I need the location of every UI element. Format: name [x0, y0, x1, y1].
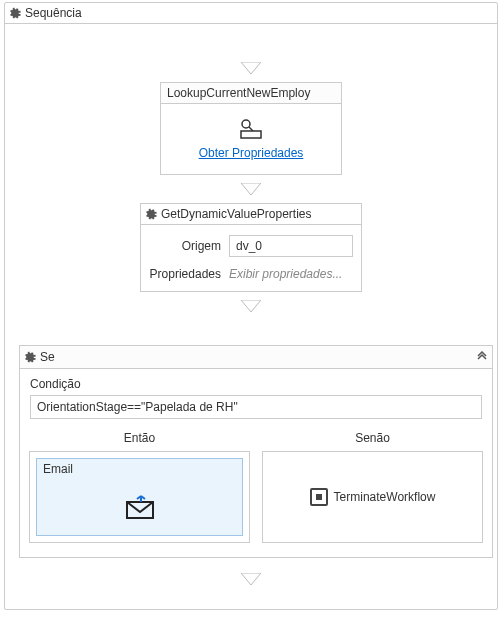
if-body: Condição OrientationStage=="Papelada de …	[20, 369, 492, 557]
if-icon	[24, 351, 36, 363]
sequence-icon	[9, 7, 21, 19]
then-frame[interactable]: Email	[29, 451, 250, 543]
getdynamic-activity[interactable]: GetDynamicValueProperties Origem dv_0 Pr…	[140, 203, 362, 292]
sequence-body: LookupCurrentNewEmploy Obter Propriedade…	[5, 24, 497, 320]
drop-target[interactable]	[241, 62, 261, 74]
condition-input[interactable]: OrientationStage=="Papelada de RH"	[30, 395, 482, 419]
sequence-container[interactable]: Sequência LookupCurrentNewEmploy Obter P…	[4, 2, 498, 610]
getdynamic-header: GetDynamicValueProperties	[141, 204, 361, 225]
if-activity[interactable]: Se Condição OrientationStage=="Papelada …	[19, 345, 493, 558]
svg-rect-3	[241, 131, 261, 138]
else-branch: Senão TerminateWorkflow	[263, 431, 482, 543]
properties-label: Propriedades	[149, 267, 221, 281]
get-properties-link[interactable]: Obter Propriedades	[199, 146, 304, 160]
svg-marker-5	[241, 300, 261, 312]
condition-label: Condição	[30, 377, 482, 391]
else-label: Senão	[355, 431, 390, 445]
drop-target[interactable]	[241, 183, 261, 195]
collapse-icon[interactable]	[476, 351, 488, 363]
origin-label: Origem	[149, 239, 221, 253]
svg-marker-7	[241, 573, 261, 585]
if-header: Se	[20, 346, 492, 369]
svg-marker-0	[241, 62, 261, 74]
sequence-header: Sequência	[5, 3, 497, 24]
sequence-title: Sequência	[25, 6, 82, 20]
drop-target[interactable]	[5, 573, 497, 585]
getdynamic-title: GetDynamicValueProperties	[161, 207, 312, 221]
activity-icon	[145, 208, 157, 220]
terminate-activity[interactable]: TerminateWorkflow	[310, 488, 436, 506]
stop-icon	[310, 488, 328, 506]
origin-input[interactable]: dv_0	[229, 235, 353, 257]
lookup-body: Obter Propriedades	[161, 104, 341, 174]
else-frame[interactable]: TerminateWorkflow	[262, 451, 483, 543]
email-activity[interactable]: Email	[36, 458, 243, 536]
getdynamic-body: Origem dv_0 Propriedades Exibir propried…	[141, 225, 361, 291]
email-title: Email	[37, 459, 242, 479]
drop-target[interactable]	[241, 300, 261, 312]
lookup-activity[interactable]: LookupCurrentNewEmploy Obter Propriedade…	[160, 82, 342, 175]
lookup-title: LookupCurrentNewEmploy	[161, 83, 341, 104]
if-title: Se	[40, 350, 55, 364]
workflow-canvas: Sequência LookupCurrentNewEmploy Obter P…	[0, 0, 500, 618]
send-mail-icon	[123, 494, 157, 520]
terminate-label: TerminateWorkflow	[334, 490, 436, 504]
svg-marker-4	[241, 183, 261, 195]
then-label: Então	[124, 431, 155, 445]
svg-point-1	[242, 120, 250, 128]
then-branch: Então Email	[30, 431, 249, 543]
search-person-icon	[237, 118, 265, 140]
properties-placeholder[interactable]: Exibir propriedades...	[229, 267, 353, 281]
